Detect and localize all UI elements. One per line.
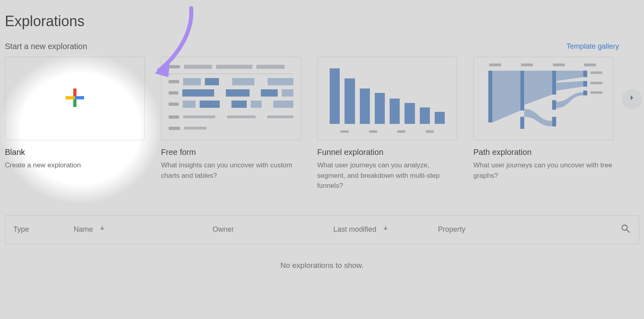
explorations-table: Type Name Owner Last modified Property <box>5 215 639 244</box>
card-blank[interactable]: Blank Create a new exploration <box>5 57 145 191</box>
card-path[interactable]: Path exploration What user journeys can … <box>473 57 613 191</box>
card-free-form-desc: What insights can you uncover with custo… <box>161 160 301 181</box>
svg-rect-15 <box>583 81 587 86</box>
empty-state-message: No explorations to show. <box>5 244 639 302</box>
col-property[interactable]: Property <box>438 225 611 234</box>
svg-rect-2 <box>66 96 75 99</box>
card-blank-desc: Create a new exploration <box>5 160 145 171</box>
svg-rect-16 <box>583 91 587 95</box>
col-owner[interactable]: Owner <box>213 225 333 234</box>
card-free-form[interactable]: Free form What insights can you uncover … <box>161 57 301 191</box>
svg-rect-14 <box>583 71 587 77</box>
svg-rect-3 <box>75 96 84 99</box>
scroll-next-button[interactable] <box>622 89 642 108</box>
svg-point-20 <box>622 225 627 230</box>
table-header-row: Type Name Owner Last modified Property <box>5 216 639 244</box>
svg-rect-9 <box>520 71 524 111</box>
start-subtitle: Start a new exploration <box>5 42 87 51</box>
col-type[interactable]: Type <box>13 225 74 234</box>
template-gallery-link[interactable]: Template gallery <box>566 42 619 51</box>
svg-rect-7 <box>584 64 596 66</box>
plus-icon <box>65 88 85 109</box>
table-search-button[interactable] <box>611 223 631 236</box>
search-icon <box>620 223 631 236</box>
card-blank-thumb <box>5 57 145 140</box>
svg-rect-17 <box>590 72 603 74</box>
card-funnel-desc: What user journeys can you analyze, segm… <box>317 160 457 191</box>
card-blank-title: Blank <box>5 148 145 157</box>
arrow-down-icon <box>382 225 389 234</box>
card-path-desc: What user journeys can you uncover with … <box>473 160 613 181</box>
col-name[interactable]: Name <box>74 225 213 234</box>
svg-rect-8 <box>488 71 492 123</box>
svg-rect-18 <box>590 82 603 84</box>
svg-rect-11 <box>552 71 556 95</box>
col-last-modified[interactable]: Last modified <box>333 225 438 234</box>
col-name-label: Name <box>74 225 93 234</box>
svg-rect-13 <box>552 117 556 127</box>
card-path-thumb <box>473 57 613 140</box>
template-cards-row: Blank Create a new exploration <box>5 57 639 191</box>
card-funnel[interactable]: Funnel exploration What user journeys ca… <box>317 57 457 191</box>
page-title: Explorations <box>5 13 639 30</box>
svg-rect-10 <box>520 117 524 129</box>
svg-rect-6 <box>553 64 565 66</box>
card-path-title: Path exploration <box>473 148 613 157</box>
col-last-modified-label: Last modified <box>333 225 376 234</box>
svg-rect-19 <box>590 91 603 94</box>
svg-rect-5 <box>521 64 533 66</box>
svg-line-21 <box>627 230 630 233</box>
arrow-down-icon <box>99 225 106 234</box>
svg-rect-4 <box>489 64 501 66</box>
chevron-right-icon <box>627 93 637 104</box>
card-funnel-title: Funnel exploration <box>317 148 457 157</box>
card-funnel-thumb <box>317 57 457 140</box>
card-free-form-thumb <box>161 57 301 140</box>
svg-rect-12 <box>552 100 556 110</box>
card-free-form-title: Free form <box>161 148 301 157</box>
